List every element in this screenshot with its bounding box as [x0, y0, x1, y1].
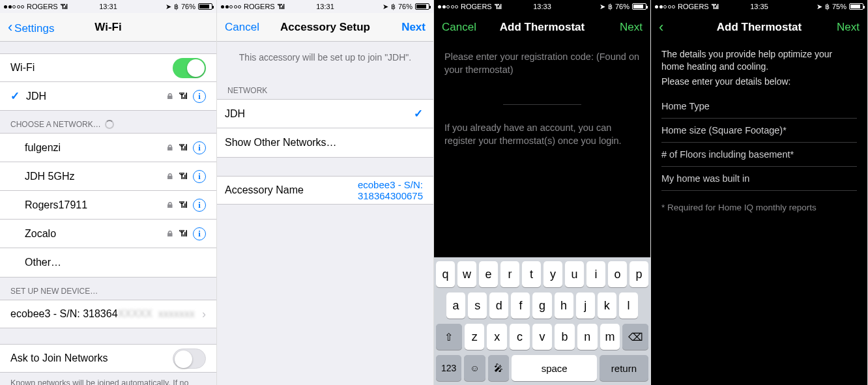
key-g[interactable]: g [532, 292, 551, 319]
key-e[interactable]: e [479, 261, 498, 287]
info-icon[interactable]: i [193, 227, 206, 240]
wifi-strength-icon: 📶︎ [179, 200, 188, 210]
home-size-field[interactable]: Home size (Square Footage)* [661, 119, 857, 143]
key-mic[interactable]: 🎤︎ [488, 355, 510, 381]
key-n[interactable]: n [577, 324, 598, 350]
chevron-left-icon: ‹ [8, 19, 12, 35]
key-l[interactable]: l [619, 292, 638, 319]
registration-prompt: Please enter your registration code: (Fo… [434, 42, 650, 85]
key-r[interactable]: r [500, 261, 519, 287]
wifi-toggle-row[interactable]: Wi-Fi [0, 53, 216, 82]
redacted-text: XXXXX xxxxxxx [118, 308, 195, 319]
carrier-label: ROGERS [244, 3, 275, 10]
ask-join-toggle[interactable] [173, 349, 206, 369]
next-button[interactable]: Next [401, 21, 426, 34]
key-t[interactable]: t [522, 261, 541, 287]
info-icon[interactable]: i [193, 141, 206, 154]
thermostat-details-content: The details you provide help optimize yo… [651, 42, 867, 385]
location-icon: ➤ [166, 3, 171, 11]
key-f[interactable]: f [511, 292, 530, 319]
key-s[interactable]: s [468, 292, 487, 319]
back-button[interactable]: ‹ [659, 19, 663, 36]
location-icon: ➤ [817, 3, 822, 11]
info-icon[interactable]: i [193, 199, 206, 212]
next-button[interactable]: Next [837, 21, 860, 34]
carrier-label: ROGERS [461, 3, 492, 10]
registration-code-field[interactable] [503, 89, 581, 105]
details-intro-1: The details you provide help optimize yo… [651, 42, 867, 76]
key-emoji[interactable]: ☺ [464, 355, 485, 381]
next-button[interactable]: Next [620, 21, 643, 34]
back-button[interactable]: ‹ Settings [8, 19, 55, 36]
network-row[interactable]: Zocalo 🔒︎ 📶︎ i [0, 220, 216, 248]
wifi-icon: 📶︎ [495, 3, 502, 10]
ask-join-row[interactable]: Ask to Join Networks [0, 344, 216, 373]
key-o[interactable]: o [608, 261, 627, 287]
key-123[interactable]: 123 [436, 355, 461, 381]
battery-icon [632, 3, 646, 10]
key-z[interactable]: z [465, 324, 485, 350]
key-space[interactable]: space [512, 355, 597, 381]
cancel-button[interactable]: Cancel [225, 21, 259, 34]
key-shift[interactable]: ⇧ [436, 324, 462, 350]
key-d[interactable]: d [489, 292, 508, 319]
key-h[interactable]: h [555, 292, 573, 319]
key-q[interactable]: q [436, 261, 455, 287]
network-selected-row[interactable]: JDH ✓ [217, 100, 433, 128]
key-u[interactable]: u [565, 261, 584, 287]
bluetooth-icon: ฿ [825, 3, 830, 11]
lock-icon: 🔒︎ [166, 92, 174, 101]
ios-keyboard: q w e r t y u i o p a s d f g h j k l [434, 257, 650, 385]
key-return[interactable]: return [600, 355, 648, 381]
setup-device-header: SET UP NEW DEVICE… [0, 278, 216, 300]
network-name: JDH 5GHz [25, 171, 74, 182]
carrier-label: ROGERS [678, 3, 709, 10]
info-icon[interactable]: i [193, 170, 206, 183]
key-k[interactable]: k [598, 292, 616, 319]
key-x[interactable]: x [487, 324, 507, 350]
lock-icon: 🔒︎ [166, 229, 174, 238]
details-intro-2: Please enter your details below: [651, 76, 867, 91]
bluetooth-icon: ฿ [174, 3, 179, 11]
network-row[interactable]: fulgenzi 🔒︎ 📶︎ i [0, 134, 216, 162]
key-delete[interactable]: ⌫ [622, 324, 648, 350]
nav-bar: Cancel Add Thermostat Next [434, 13, 650, 42]
key-b[interactable]: b [555, 324, 575, 350]
key-j[interactable]: j [576, 292, 595, 319]
cancel-button[interactable]: Cancel [442, 21, 476, 34]
key-a[interactable]: a [446, 292, 465, 319]
network-other-row[interactable]: Other… [0, 248, 216, 277]
wifi-toggle[interactable] [173, 58, 206, 78]
lock-icon: 🔒︎ [166, 201, 174, 210]
key-p[interactable]: p [629, 261, 648, 287]
key-y[interactable]: y [543, 261, 562, 287]
settings-content: Wi-Fi ✓ JDH 🔒︎ 📶︎ i CHOOSE A NETWORK… fu… [0, 42, 216, 385]
info-icon[interactable]: i [193, 90, 206, 103]
setup-device-row[interactable]: ecobee3 - S/N: 318364XXXXX xxxxxxx › [0, 300, 216, 328]
connected-network-row[interactable]: ✓ JDH 🔒︎ 📶︎ i [0, 82, 216, 111]
key-v[interactable]: v [532, 324, 553, 350]
show-other-networks-row[interactable]: Show Other Networks… [217, 128, 433, 157]
battery-icon [198, 3, 212, 10]
wifi-toggle-label: Wi-Fi [10, 62, 35, 74]
nav-bar: ‹ Add Thermostat Next [651, 13, 867, 42]
floors-field[interactable]: # of Floors including basement* [661, 143, 857, 167]
page-title: Wi-Fi [94, 21, 121, 34]
mic-icon: 🎤︎ [494, 363, 503, 373]
key-c[interactable]: c [510, 324, 530, 350]
status-bar: ROGERS 📶︎ 13:31 ➤ ฿ 76% [217, 0, 433, 13]
network-name: Rogers17911 [25, 199, 87, 211]
key-m[interactable]: m [600, 324, 620, 350]
network-name: fulgenzi [25, 142, 61, 154]
nav-bar: ‹ Settings Wi-Fi [0, 13, 216, 42]
network-row[interactable]: JDH 5GHz 🔒︎ 📶︎ i [0, 162, 216, 191]
key-w[interactable]: w [457, 261, 476, 287]
built-year-field[interactable]: My home was built in [661, 167, 857, 191]
network-row[interactable]: Rogers17911 🔒︎ 📶︎ i [0, 191, 216, 220]
screen-wifi-settings: ROGERS 📶︎ 13:31 ➤ ฿ 76% ‹ Settings Wi-Fi… [0, 0, 217, 385]
status-bar: ROGERS 📶︎ 13:33 ➤ ฿ 76% [434, 0, 650, 13]
signal-dots-icon [4, 5, 24, 8]
accessory-name-row[interactable]: Accessory Name ecobee3 - S/N: 3183643006… [217, 176, 433, 205]
key-i[interactable]: i [586, 261, 605, 287]
home-type-field[interactable]: Home Type [661, 94, 857, 119]
